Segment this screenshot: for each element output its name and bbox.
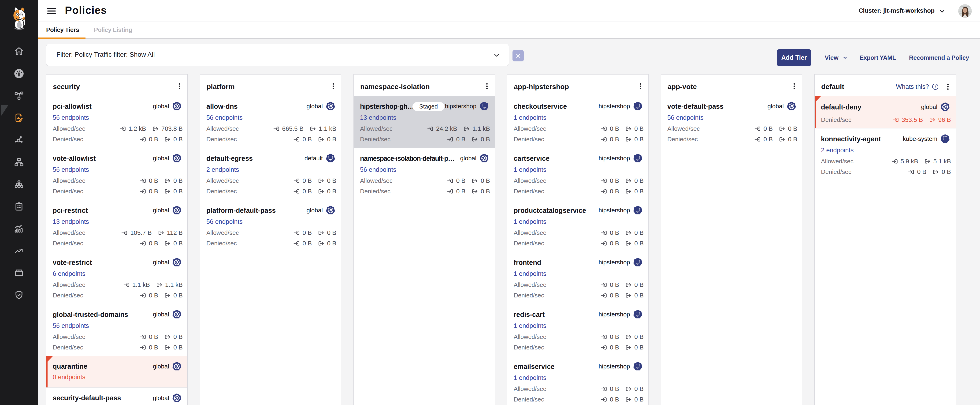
svg-text:ns: ns xyxy=(484,108,485,109)
svg-text:ns: ns xyxy=(637,160,638,161)
svg-text:ns: ns xyxy=(637,212,638,213)
svg-text:ns: ns xyxy=(945,140,946,142)
svg-text:ns: ns xyxy=(637,108,638,109)
svg-text:?: ? xyxy=(934,85,936,89)
svg-text:ns: ns xyxy=(637,368,638,369)
svg-text:ns: ns xyxy=(637,316,638,317)
svg-text:ns: ns xyxy=(637,264,638,265)
svg-text:ns: ns xyxy=(330,160,331,161)
